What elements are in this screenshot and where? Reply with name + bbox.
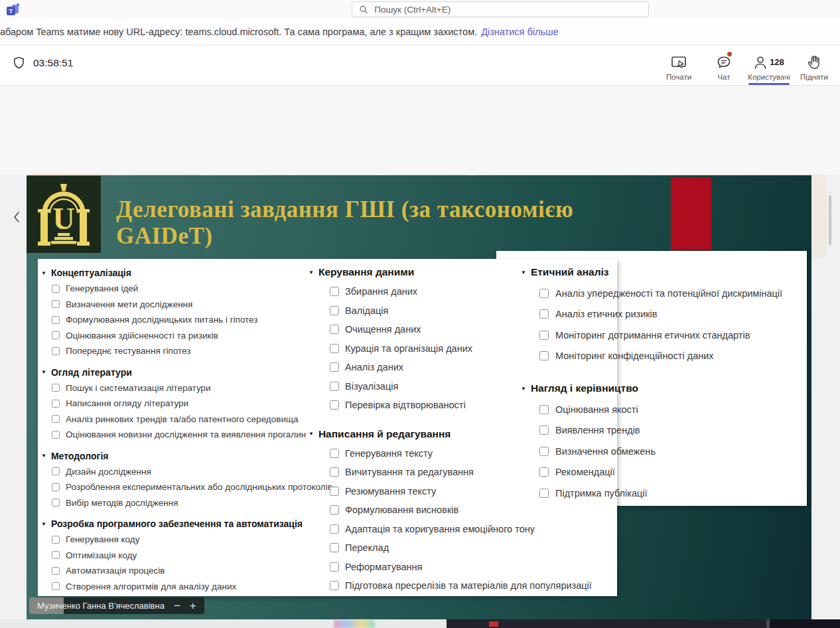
triangle-down-icon: ▼ xyxy=(41,521,46,527)
scroll-left-button[interactable] xyxy=(8,202,25,232)
task-label: Моніторинг конфіденційності даних xyxy=(555,351,714,361)
checkbox[interactable] xyxy=(52,536,60,544)
checkbox[interactable] xyxy=(52,582,60,590)
task-checkbox-item[interactable]: Аналіз ринкових трендів та/або патентног… xyxy=(41,412,333,428)
task-checkbox-item[interactable]: Оцінювання здійсненності та ризиків xyxy=(41,328,333,344)
task-checkbox-item[interactable]: Аналіз упередженості та потенційної диск… xyxy=(521,283,813,304)
checkbox[interactable] xyxy=(330,400,339,410)
task-section: ▼Етичний аналізАналіз упередженості та п… xyxy=(521,262,813,366)
search-input[interactable] xyxy=(374,5,642,15)
checkbox[interactable] xyxy=(539,309,549,319)
zoom-out-button[interactable]: − xyxy=(174,600,180,611)
checkbox[interactable] xyxy=(330,362,339,372)
checkbox[interactable] xyxy=(539,289,549,298)
checkbox[interactable] xyxy=(539,405,549,414)
zoom-in-button[interactable]: + xyxy=(190,600,196,611)
raise-hand-button[interactable]: Підняти xyxy=(795,48,833,85)
checkbox[interactable] xyxy=(52,551,60,559)
checkbox[interactable] xyxy=(539,447,549,456)
checkbox[interactable] xyxy=(52,300,60,308)
task-checkbox-item[interactable]: Оцінювання новизни дослідження та виявле… xyxy=(41,427,333,443)
task-checkbox-item[interactable]: Підтримка публікації xyxy=(521,483,813,504)
search-box[interactable] xyxy=(352,1,649,17)
task-checkbox-item[interactable]: Попереднє тестування гіпотез xyxy=(41,343,333,359)
checkbox[interactable] xyxy=(330,449,339,458)
checkbox[interactable] xyxy=(539,489,549,498)
task-checkbox-item[interactable]: Переклад xyxy=(309,538,607,558)
task-label: Визначення обмежень xyxy=(555,446,656,457)
task-checkbox-item[interactable]: Визначення мети дослідження xyxy=(41,297,333,313)
notification-banner: абаром Teams матиме нову URL-адресу: tea… xyxy=(0,19,840,45)
checkbox[interactable] xyxy=(330,382,339,391)
task-label: Створення алгоритмів для аналізу даних xyxy=(66,582,236,591)
checkbox[interactable] xyxy=(52,467,60,475)
participants-strip: ІОІлясов Оле...Слободян...Зайцева К...Де… xyxy=(0,86,840,175)
checkbox[interactable] xyxy=(52,285,60,293)
checkbox[interactable] xyxy=(52,499,60,507)
checkbox[interactable] xyxy=(52,347,60,355)
task-section: ▼МетодологіяДизайн дослідженняРозробленн… xyxy=(41,448,333,511)
checkbox[interactable] xyxy=(330,505,339,514)
task-checkbox-item[interactable]: Виявлення трендів xyxy=(521,420,813,441)
task-checkbox-item[interactable]: Підготовка пресрелізів та матеріалів для… xyxy=(309,576,607,595)
bottom-dark-panel xyxy=(447,619,766,628)
task-label: Реформатування xyxy=(345,562,422,572)
checkbox[interactable] xyxy=(330,562,339,572)
task-checkbox-item[interactable]: Оптимізація коду xyxy=(41,548,333,564)
task-checkbox-item[interactable]: Пошук і систематизація літератури xyxy=(41,380,333,396)
task-checkbox-item[interactable]: Формулювання дослідницьких питань і гіпо… xyxy=(41,312,333,328)
task-checkbox-item[interactable]: Реформатування xyxy=(309,558,607,577)
checkbox[interactable] xyxy=(52,384,60,392)
checkbox[interactable] xyxy=(330,306,339,315)
checkbox[interactable] xyxy=(539,426,549,435)
participants-label: Користувачі xyxy=(748,73,790,81)
checkbox[interactable] xyxy=(539,467,549,477)
task-checkbox-item[interactable]: Написання огляду літератури xyxy=(41,396,333,412)
shared-slide: U Делеговані завдання ГШІ (за таксономіє… xyxy=(27,175,811,619)
raise-hand-label: Підняти xyxy=(800,73,828,81)
participants-button[interactable]: 128 Користувачі xyxy=(750,48,788,85)
meeting-control-bar: 03:58:51 Почати Чат xyxy=(0,45,840,86)
task-section-header: ▼Розробка програмного забезпечення та ав… xyxy=(41,516,333,532)
checkbox[interactable] xyxy=(330,287,339,296)
checkbox[interactable] xyxy=(330,325,339,334)
strip-scrollbar[interactable] xyxy=(829,195,831,245)
task-checkbox-item[interactable]: Рекомендації xyxy=(521,462,813,483)
checkbox[interactable] xyxy=(52,567,60,575)
task-checkbox-item[interactable]: Моніторинг дотримання етичних стандартів xyxy=(521,325,813,346)
task-checkbox-item[interactable]: Адаптація та коригування емоційного тону xyxy=(309,520,607,539)
task-section: ▼КонцептуалізаціяГенерування ідейВизначе… xyxy=(41,265,333,359)
task-label: Генерування ідей xyxy=(66,283,138,293)
checkbox[interactable] xyxy=(330,344,339,353)
task-checkbox-item[interactable]: Дизайн дослідження xyxy=(41,464,333,480)
checkbox[interactable] xyxy=(52,400,60,408)
checkbox[interactable] xyxy=(330,467,339,477)
share-screen-icon xyxy=(670,54,687,70)
checkbox[interactable] xyxy=(330,487,339,496)
checkbox[interactable] xyxy=(52,415,60,423)
task-section-title: Керування даними xyxy=(318,266,414,278)
task-checkbox-item[interactable]: Оцінювання якості xyxy=(521,399,813,420)
checkbox[interactable] xyxy=(52,331,60,339)
chat-button[interactable]: Чат xyxy=(705,48,743,85)
task-checkbox-item[interactable]: Генерування ідей xyxy=(41,281,333,297)
task-checkbox-item[interactable]: Генерування коду xyxy=(41,532,333,548)
checkbox[interactable] xyxy=(330,543,339,552)
checkbox[interactable] xyxy=(539,351,549,360)
learn-more-link[interactable]: Дізнатися більше xyxy=(481,27,559,37)
task-checkbox-item[interactable]: Визначення обмежень xyxy=(521,441,813,462)
checkbox[interactable] xyxy=(52,483,60,491)
share-screen-button[interactable]: Почати xyxy=(660,48,698,85)
checkbox[interactable] xyxy=(330,581,339,590)
task-checkbox-item[interactable]: Вибір методів дослідження xyxy=(41,495,333,511)
task-checkbox-item[interactable]: Аналіз етичних ризиків xyxy=(521,304,813,325)
task-checkbox-item[interactable]: Моніторинг конфіденційності даних xyxy=(521,346,813,367)
checkbox[interactable] xyxy=(52,316,60,324)
task-checkbox-item[interactable]: Автоматизація процесів xyxy=(41,563,333,579)
task-label: Аналіз упередженості та потенційної диск… xyxy=(555,288,782,299)
task-checkbox-item[interactable]: Розроблення експериментальних або дослід… xyxy=(41,479,333,495)
task-checkbox-item[interactable]: Створення алгоритмів для аналізу даних xyxy=(41,579,333,595)
checkbox[interactable] xyxy=(330,524,339,534)
checkbox[interactable] xyxy=(52,431,60,439)
checkbox[interactable] xyxy=(539,331,549,340)
